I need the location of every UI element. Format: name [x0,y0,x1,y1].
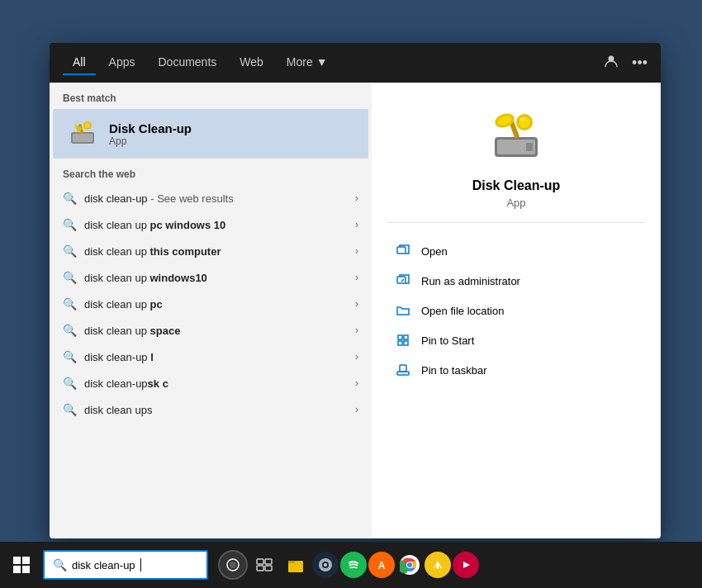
cursor [140,558,141,571]
svg-rect-9 [526,143,533,151]
item-text: disk clean up windows10 [84,272,347,284]
item-text: disk clean-up l [84,351,347,363]
best-match-label: Best match [50,83,372,109]
search-icon: 🔍 [63,244,76,258]
item-text: disk clean up pc [84,298,347,311]
svg-rect-26 [257,559,263,564]
divider [388,222,644,223]
svg-point-35 [324,563,327,567]
tab-more[interactable]: More ▼ [277,50,338,75]
nav-right-icons: ••• [604,54,647,73]
steam-icon[interactable] [312,552,339,578]
vpn-icon[interactable] [425,552,451,578]
search-icon: 🔍 [63,297,76,311]
list-item[interactable]: 🔍 disk clean up space › [50,317,372,344]
desktop: All Apps Documents Web More ▼ [0,0,702,588]
list-item[interactable]: 🔍 disk clean up this computer › [50,238,372,264]
nav-tabs: All Apps Documents Web More ▼ [50,43,661,83]
disk-cleanup-large-icon [483,102,549,168]
open-location-label: Open file location [421,305,504,317]
item-text: disk clean up space [84,325,347,337]
open-location-action[interactable]: Open file location [388,296,644,325]
svg-text:A: A [378,560,386,571]
tab-documents[interactable]: Documents [148,50,226,75]
chevron-icon: › [355,351,358,363]
pin-taskbar-label: Pin to taskbar [421,364,487,377]
svg-rect-45 [437,565,439,569]
main-content: Best match [50,83,661,538]
svg-point-42 [407,562,412,567]
list-item[interactable]: 🔍 disk clean-up l › [50,344,372,370]
chrome-icon[interactable] [396,552,423,578]
chevron-icon: › [355,219,358,230]
list-item[interactable]: 🔍 disk clean up windows10 › [50,264,372,291]
svg-rect-17 [397,277,406,283]
open-label: Open [421,245,448,258]
tab-apps[interactable]: Apps [99,50,145,75]
svg-rect-19 [404,335,408,339]
open-action[interactable]: Open [388,236,644,266]
svg-point-15 [520,118,525,121]
svg-rect-2 [73,134,92,142]
pin-start-action[interactable]: Pin to Start [388,325,644,355]
cortana-icon[interactable] [218,550,248,580]
chevron-icon: › [355,377,358,389]
list-item[interactable]: 🔍 disk clean-up - See web results › [50,185,372,211]
search-panel: All Apps Documents Web More ▼ [50,43,661,538]
item-text: disk clean up pc windows 10 [84,219,347,231]
list-item[interactable]: 🔍 disk clean up pc windows 10 › [50,211,372,238]
taskbar: 🔍 disk clean-up [0,542,702,588]
list-item[interactable]: 🔍 disk clean up pc › [50,291,372,317]
search-icon: 🔍 [63,192,76,205]
run-admin-action[interactable]: Run as administrator [388,266,644,296]
taskbar-search-bar[interactable]: 🔍 disk clean-up [43,550,208,580]
pin-start-label: Pin to Start [421,334,474,347]
search-icon: 🔍 [63,324,76,337]
pin-start-icon [395,332,411,349]
chevron-icon: › [355,245,358,257]
svg-point-14 [519,116,530,128]
list-item[interactable]: 🔍 disk clean-upsk c › [50,370,372,396]
item-text: disk clean up this computer [84,245,347,258]
svg-rect-20 [398,341,402,345]
pin-taskbar-icon [395,362,411,378]
chevron-icon: › [355,298,358,310]
pin-taskbar-action[interactable]: Pin to taskbar [388,355,644,385]
svg-rect-29 [265,566,272,571]
svg-point-6 [85,123,90,128]
run-admin-icon [395,273,411,289]
person-icon[interactable] [604,54,619,73]
media-icon[interactable] [453,552,479,578]
best-match-item[interactable]: Disk Clean-up App [53,109,368,159]
spotify-icon[interactable] [340,552,367,578]
svg-point-25 [230,562,236,568]
taskbar-search-text: disk clean-up [72,559,135,571]
task-view-icon[interactable] [249,550,279,580]
svg-rect-18 [398,335,402,339]
chevron-icon: › [355,325,358,336]
file-explorer-icon[interactable] [281,550,311,580]
avast-icon[interactable]: A [368,552,395,578]
item-text: disk clean-up - See web results [84,192,347,205]
search-icon: 🔍 [63,403,76,416]
tab-web[interactable]: Web [230,50,273,75]
windows-logo-icon [13,557,30,573]
best-match-app-type: App [109,135,192,147]
svg-rect-28 [257,566,263,571]
search-icon: 🔍 [63,350,76,363]
chevron-icon: › [355,192,358,204]
chevron-icon: › [355,272,358,283]
search-web-label: Search the web [50,159,372,185]
right-panel: Disk Clean-up App Open [372,83,661,538]
detail-app-name: Disk Clean-up [472,178,561,193]
item-text: disk clean ups [84,404,347,416]
more-options-icon[interactable]: ••• [632,55,647,72]
svg-rect-21 [404,341,408,345]
open-icon [395,243,411,259]
tab-all[interactable]: All [63,50,96,75]
taskbar-icons: A [218,550,479,580]
start-button[interactable] [3,547,40,583]
svg-rect-23 [400,365,406,372]
svg-rect-31 [288,561,295,563]
list-item[interactable]: 🔍 disk clean ups › [50,396,372,423]
